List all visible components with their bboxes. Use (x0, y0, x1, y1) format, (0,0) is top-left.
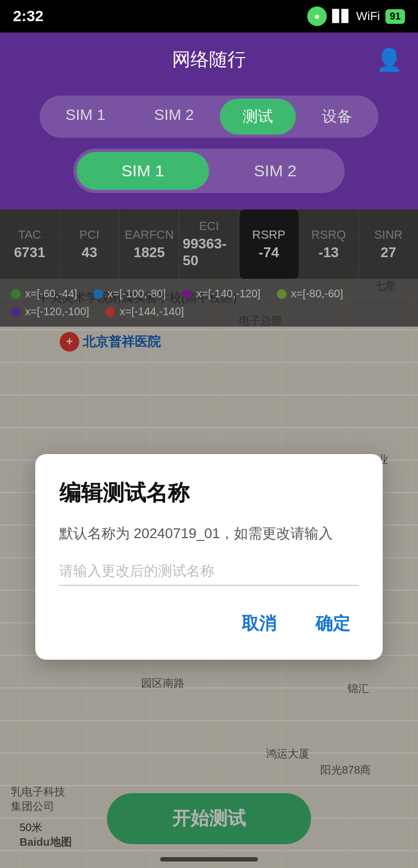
signal-icon: ▊▊ (332, 9, 351, 23)
sim-toggle-bar: SIM 1 SIM 2 (0, 149, 418, 209)
tab-container: SIM 1 SIM 2 测试 设备 (40, 95, 378, 138)
avatar-icon[interactable]: 👤 (376, 47, 403, 73)
status-bar: 2:32 ● ▊▊ WiFi 91 (0, 0, 418, 33)
dialog-actions: 取消 确定 (59, 608, 359, 640)
tab-bar: SIM 1 SIM 2 测试 设备 (0, 87, 418, 149)
confirm-button[interactable]: 确定 (307, 608, 359, 640)
tab-device[interactable]: 设备 (299, 99, 375, 135)
dialog-overlay: 编辑测试名称 默认名称为 20240719_01，如需更改请输入 取消 确定 (0, 209, 418, 868)
sim2-button[interactable]: SIM 2 (209, 152, 341, 190)
tab-sim1[interactable]: SIM 1 (43, 99, 128, 135)
map-area: TAC 6731 PCI 43 EARFCN 1825 ECI 99363-50… (0, 209, 418, 868)
cancel-button[interactable]: 取消 (233, 608, 285, 640)
edit-test-name-dialog: 编辑测试名称 默认名称为 20240719_01，如需更改请输入 取消 确定 (35, 454, 383, 660)
tab-sim2[interactable]: SIM 2 (131, 99, 217, 135)
app-title: 网络随行 (172, 47, 246, 72)
wifi-icon: WiFi (356, 9, 380, 23)
dialog-description: 默认名称为 20240719_01，如需更改请输入 (59, 523, 359, 544)
test-name-input[interactable] (59, 557, 359, 586)
tab-test[interactable]: 测试 (220, 99, 296, 135)
app-indicator-icon: ● (307, 7, 327, 26)
battery-icon: 91 (385, 9, 405, 24)
sim-toggle: SIM 1 SIM 2 (73, 149, 345, 193)
status-time: 2:32 (13, 8, 43, 25)
dialog-title: 编辑测试名称 (59, 478, 359, 508)
sim1-button[interactable]: SIM 1 (77, 152, 209, 190)
app-header: 网络随行 👤 (0, 33, 418, 87)
status-icons: ● ▊▊ WiFi 91 (307, 7, 405, 26)
